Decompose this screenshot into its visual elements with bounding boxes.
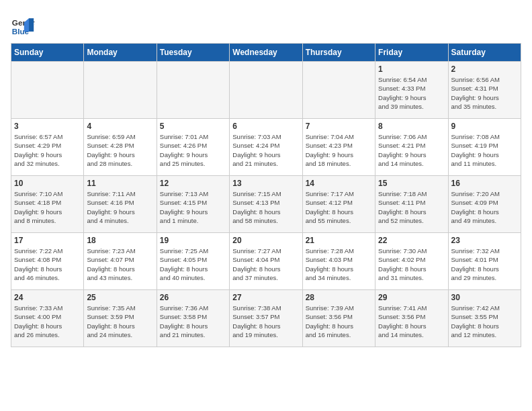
calendar-cell: 6Sunrise: 7:03 AM Sunset: 4:24 PM Daylig… — [230, 119, 302, 176]
day-number: 28 — [306, 293, 372, 302]
calendar-cell: 16Sunrise: 7:20 AM Sunset: 4:09 PM Dayli… — [448, 176, 521, 233]
day-info: Sunrise: 7:32 AM Sunset: 4:01 PM Dayligh… — [451, 246, 518, 282]
day-info: Sunrise: 7:30 AM Sunset: 4:02 PM Dayligh… — [378, 246, 445, 282]
calendar-cell: 7Sunrise: 7:04 AM Sunset: 4:23 PM Daylig… — [302, 119, 375, 176]
day-info: Sunrise: 7:27 AM Sunset: 4:04 PM Dayligh… — [232, 246, 299, 282]
calendar-cell: 12Sunrise: 7:13 AM Sunset: 4:15 PM Dayli… — [157, 176, 229, 233]
day-header-saturday: Saturday — [448, 44, 521, 62]
calendar-cell: 8Sunrise: 7:06 AM Sunset: 4:21 PM Daylig… — [375, 119, 448, 176]
calendar-cell: 23Sunrise: 7:32 AM Sunset: 4:01 PM Dayli… — [448, 233, 521, 290]
day-number: 30 — [451, 293, 518, 302]
day-info: Sunrise: 7:33 AM Sunset: 4:00 PM Dayligh… — [14, 304, 81, 339]
day-number: 29 — [378, 293, 445, 302]
day-info: Sunrise: 7:01 AM Sunset: 4:26 PM Dayligh… — [160, 132, 226, 168]
calendar-cell: 1Sunrise: 6:54 AM Sunset: 4:33 PM Daylig… — [375, 62, 448, 119]
day-header-monday: Monday — [84, 44, 157, 62]
day-number: 21 — [306, 236, 372, 245]
calendar-cell: 28Sunrise: 7:39 AM Sunset: 3:56 PM Dayli… — [302, 290, 375, 347]
day-info: Sunrise: 7:28 AM Sunset: 4:03 PM Dayligh… — [306, 246, 372, 282]
day-info: Sunrise: 7:04 AM Sunset: 4:23 PM Dayligh… — [306, 132, 372, 168]
calendar-cell: 25Sunrise: 7:35 AM Sunset: 3:59 PM Dayli… — [84, 290, 157, 347]
day-info: Sunrise: 7:22 AM Sunset: 4:08 PM Dayligh… — [14, 246, 81, 282]
calendar-cell — [230, 62, 302, 119]
calendar-cell: 11Sunrise: 7:11 AM Sunset: 4:16 PM Dayli… — [84, 176, 157, 233]
day-number: 22 — [378, 236, 445, 245]
day-info: Sunrise: 7:41 AM Sunset: 3:56 PM Dayligh… — [378, 304, 445, 339]
day-header-wednesday: Wednesday — [230, 44, 302, 62]
day-info: Sunrise: 6:56 AM Sunset: 4:31 PM Dayligh… — [451, 75, 518, 111]
calendar-cell: 24Sunrise: 7:33 AM Sunset: 4:00 PM Dayli… — [11, 290, 84, 347]
calendar-header-row: SundayMondayTuesdayWednesdayThursdayFrid… — [11, 44, 521, 62]
day-number: 18 — [87, 236, 153, 245]
day-header-sunday: Sunday — [11, 44, 84, 62]
day-info: Sunrise: 7:10 AM Sunset: 4:18 PM Dayligh… — [14, 189, 81, 225]
calendar-cell: 10Sunrise: 7:10 AM Sunset: 4:18 PM Dayli… — [11, 176, 84, 233]
day-info: Sunrise: 7:06 AM Sunset: 4:21 PM Dayligh… — [378, 132, 445, 168]
calendar-cell: 26Sunrise: 7:36 AM Sunset: 3:58 PM Dayli… — [157, 290, 229, 347]
calendar-cell: 4Sunrise: 6:59 AM Sunset: 4:28 PM Daylig… — [84, 119, 157, 176]
day-number: 15 — [378, 179, 445, 188]
day-info: Sunrise: 7:13 AM Sunset: 4:15 PM Dayligh… — [160, 189, 226, 225]
calendar-cell: 29Sunrise: 7:41 AM Sunset: 3:56 PM Dayli… — [375, 290, 448, 347]
day-number: 23 — [451, 236, 518, 245]
calendar-cell: 20Sunrise: 7:27 AM Sunset: 4:04 PM Dayli… — [230, 233, 302, 290]
day-header-thursday: Thursday — [302, 44, 375, 62]
day-number: 5 — [160, 122, 226, 131]
day-info: Sunrise: 6:57 AM Sunset: 4:29 PM Dayligh… — [14, 132, 81, 168]
day-header-friday: Friday — [375, 44, 448, 62]
day-number: 20 — [232, 236, 299, 245]
day-number: 27 — [232, 293, 299, 302]
day-number: 24 — [14, 293, 81, 302]
day-number: 10 — [14, 179, 81, 188]
calendar-cell: 21Sunrise: 7:28 AM Sunset: 4:03 PM Dayli… — [302, 233, 375, 290]
day-number: 8 — [378, 122, 445, 131]
day-info: Sunrise: 7:36 AM Sunset: 3:58 PM Dayligh… — [160, 304, 226, 339]
day-number: 7 — [306, 122, 372, 131]
calendar-cell — [302, 62, 375, 119]
day-info: Sunrise: 6:54 AM Sunset: 4:33 PM Dayligh… — [378, 75, 445, 111]
day-number: 1 — [378, 64, 445, 74]
calendar-body: 1Sunrise: 6:54 AM Sunset: 4:33 PM Daylig… — [11, 62, 521, 347]
calendar-cell: 27Sunrise: 7:38 AM Sunset: 3:57 PM Dayli… — [230, 290, 302, 347]
calendar-cell: 5Sunrise: 7:01 AM Sunset: 4:26 PM Daylig… — [157, 119, 229, 176]
week-row-4: 17Sunrise: 7:22 AM Sunset: 4:08 PM Dayli… — [11, 233, 521, 290]
logo: General Blue — [11, 13, 38, 38]
calendar-cell: 15Sunrise: 7:18 AM Sunset: 4:11 PM Dayli… — [375, 176, 448, 233]
day-info: Sunrise: 7:03 AM Sunset: 4:24 PM Dayligh… — [232, 132, 299, 168]
day-info: Sunrise: 7:08 AM Sunset: 4:19 PM Dayligh… — [451, 132, 518, 168]
day-info: Sunrise: 7:35 AM Sunset: 3:59 PM Dayligh… — [87, 304, 153, 339]
calendar-cell: 14Sunrise: 7:17 AM Sunset: 4:12 PM Dayli… — [302, 176, 375, 233]
calendar-cell: 9Sunrise: 7:08 AM Sunset: 4:19 PM Daylig… — [448, 119, 521, 176]
day-number: 2 — [451, 64, 518, 74]
day-number: 12 — [160, 179, 226, 188]
day-info: Sunrise: 6:59 AM Sunset: 4:28 PM Dayligh… — [87, 132, 153, 168]
calendar-cell: 3Sunrise: 6:57 AM Sunset: 4:29 PM Daylig… — [11, 119, 84, 176]
day-info: Sunrise: 7:15 AM Sunset: 4:13 PM Dayligh… — [232, 189, 299, 225]
day-number: 13 — [232, 179, 299, 188]
svg-marker-2 — [29, 18, 34, 32]
day-number: 6 — [232, 122, 299, 131]
day-info: Sunrise: 7:17 AM Sunset: 4:12 PM Dayligh… — [306, 189, 372, 225]
calendar-cell: 30Sunrise: 7:42 AM Sunset: 3:55 PM Dayli… — [448, 290, 521, 347]
day-number: 16 — [451, 179, 518, 188]
page-header: General Blue — [11, 11, 521, 38]
week-row-3: 10Sunrise: 7:10 AM Sunset: 4:18 PM Dayli… — [11, 176, 521, 233]
calendar-cell: 13Sunrise: 7:15 AM Sunset: 4:13 PM Dayli… — [230, 176, 302, 233]
logo-icon: General Blue — [11, 13, 35, 38]
day-number: 3 — [14, 122, 81, 131]
day-number: 17 — [14, 236, 81, 245]
week-row-2: 3Sunrise: 6:57 AM Sunset: 4:29 PM Daylig… — [11, 119, 521, 176]
calendar-cell: 19Sunrise: 7:25 AM Sunset: 4:05 PM Dayli… — [157, 233, 229, 290]
calendar-cell — [84, 62, 157, 119]
day-number: 11 — [87, 179, 153, 188]
day-info: Sunrise: 7:23 AM Sunset: 4:07 PM Dayligh… — [87, 246, 153, 282]
calendar-cell — [11, 62, 84, 119]
week-row-5: 24Sunrise: 7:33 AM Sunset: 4:00 PM Dayli… — [11, 290, 521, 347]
calendar-cell: 2Sunrise: 6:56 AM Sunset: 4:31 PM Daylig… — [448, 62, 521, 119]
day-number: 25 — [87, 293, 153, 302]
calendar-cell: 17Sunrise: 7:22 AM Sunset: 4:08 PM Dayli… — [11, 233, 84, 290]
day-number: 19 — [160, 236, 226, 245]
day-info: Sunrise: 7:11 AM Sunset: 4:16 PM Dayligh… — [87, 189, 153, 225]
day-number: 14 — [306, 179, 372, 188]
calendar-cell: 22Sunrise: 7:30 AM Sunset: 4:02 PM Dayli… — [375, 233, 448, 290]
